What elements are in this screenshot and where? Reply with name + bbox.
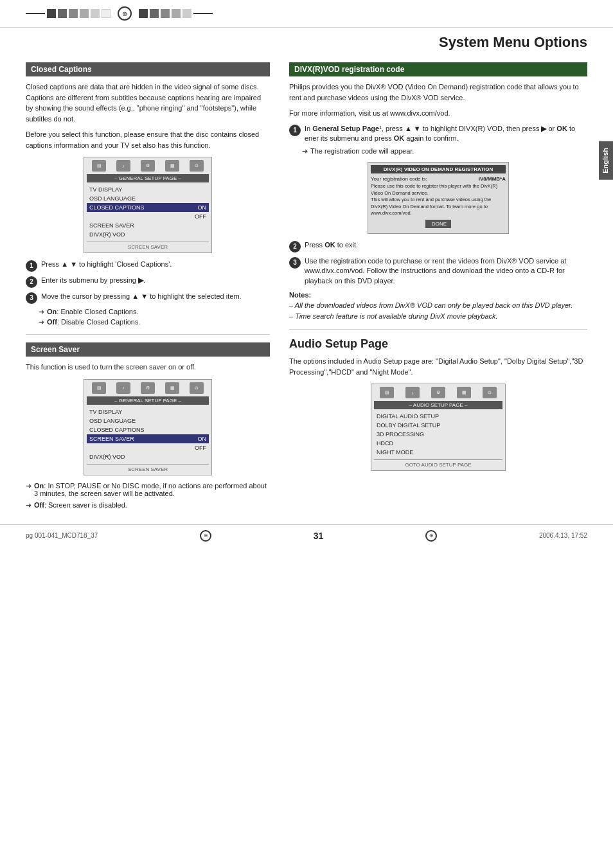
divx-step-3: 3 Use the registration code to purchase …: [289, 256, 587, 286]
cc-step-1: 1 Press ▲ ▼ to highlight 'Closed Caption…: [26, 260, 270, 272]
screen-saver-header: Screen Saver: [26, 342, 270, 357]
divx-step-content-1: In General Setup Page¹, press ▲ ▼ to hig…: [305, 124, 587, 144]
screen-saver-menu-mockup: ▤ ♪ ⚙ ▦ ⊙ – GENERAL SETUP PAGE – TV DISP…: [84, 379, 212, 475]
closed-captions-body1: Closed captions are data that are hidden…: [26, 82, 270, 124]
cc-arrow-on: ➜ On: Enable Closed Captions.: [39, 308, 270, 316]
closed-captions-header: Closed Captions: [26, 62, 270, 76]
ss-menu-item-divx: DIVX(R) VOD: [87, 452, 209, 461]
menu-item-divx: DIVX(R) VOD: [87, 230, 209, 239]
header-left-pattern: ⊕: [26, 6, 213, 21]
left-column: Closed Captions Closed captions are data…: [26, 62, 270, 511]
page-footer: pg 001-041_MCD718_37 ⊕ 31 ⊕ 2006.4.13, 1…: [0, 524, 613, 547]
footer-right: 2006.4.13, 17:52: [539, 532, 587, 539]
step-num-2: 2: [26, 276, 37, 288]
cc-step-3: 3 Move the cursor by pressing ▲ ▼ to hig…: [26, 292, 270, 304]
divider-2: [289, 329, 587, 330]
divx-body2: For more information, visit us at www.di…: [289, 108, 587, 119]
audio-icon-3: ⚙: [431, 387, 445, 398]
audio-setup-body: The options included in Audio Setup page…: [289, 356, 587, 377]
screen-saver-section: Screen Saver This function is used to tu…: [26, 342, 270, 509]
ss-menu-icon-5: ⊙: [190, 382, 204, 394]
menu-item-tv-display: TV DISPLAY: [87, 185, 209, 194]
screen-saver-body: This function is used to turn the screen…: [26, 362, 270, 373]
audio-icon-2: ♪: [405, 387, 420, 398]
menu-icon-5: ⊙: [190, 160, 204, 172]
menu-icon-4: ▦: [165, 160, 179, 172]
ss-menu-title: – GENERAL SETUP PAGE –: [87, 396, 209, 405]
audio-item-dolby: DOLBY DIGITAL SETUP: [374, 421, 502, 430]
closed-captions-menu-mockup: ▤ ♪ ⚙ ▦ ⊙ – GENERAL SETUP PAGE – TV DISP…: [84, 157, 212, 253]
footer-circle-icon: ⊕: [200, 530, 211, 542]
cc-arrow-off: ➜ Off: Disable Closed Captions.: [39, 318, 270, 326]
divx-step-content-3: Use the registration code to purchase or…: [305, 256, 587, 286]
audio-menu-mockup: ▤ ♪ ⚙ ▦ ⊙ – AUDIO SETUP PAGE – DIGITAL A…: [371, 384, 506, 471]
audio-icon-4: ▦: [457, 387, 471, 398]
closed-captions-body2: Before you select this function, please …: [26, 129, 270, 150]
audio-item-hdcd: HDCD: [374, 439, 502, 448]
audio-setup-section: Audio Setup Page The options included in…: [289, 337, 587, 471]
divx-vod-section: DIVX(R)VOD registration code Philips pro…: [289, 62, 587, 321]
divx-screen-title: DIVX(R) VIDEO ON DEMAND REGISTRATION: [371, 165, 506, 173]
divx-step-num-1: 1: [289, 125, 301, 136]
divx-step-content-2: Press OK to exit.: [305, 240, 587, 250]
step-num-3: 3: [26, 292, 37, 304]
audio-goto: GOTO AUDIO SETUP PAGE: [374, 459, 502, 468]
divx-screen-body: Please use this code to register this pl…: [371, 183, 506, 217]
divider-1: [26, 334, 270, 335]
divx-screen-mockup: DIVX(R) VIDEO ON DEMAND REGISTRATION You…: [368, 162, 509, 234]
menu-item-screen-saver: SCREEN SAVER: [87, 221, 209, 230]
footer-circle-icon-2: ⊕: [425, 530, 437, 542]
audio-setup-title: Audio Setup Page: [289, 337, 587, 351]
ss-menu-icon-3: ⚙: [141, 382, 155, 394]
audio-menu-title: – AUDIO SETUP PAGE –: [374, 401, 502, 409]
ss-arrow-off: ➜ Off: Screen saver is disabled.: [26, 501, 270, 509]
divx-body1: Philips provides you the DivX® VOD (Vide…: [289, 82, 587, 103]
note-2: – Time search feature is not available d…: [289, 312, 498, 320]
menu-icon-2: ♪: [116, 160, 130, 172]
audio-icon-1: ▤: [380, 387, 394, 398]
step-content-1: Press ▲ ▼ to highlight 'Closed Captions'…: [41, 260, 270, 269]
closed-captions-section: Closed Captions Closed captions are data…: [26, 62, 270, 326]
ss-menu-bottom: SCREEN SAVER: [87, 464, 209, 472]
header-circle-icon: ⊕: [118, 6, 132, 21]
ss-menu-item-osd: OSD LANGUAGE: [87, 416, 209, 425]
divx-vod-header: DIVX(R)VOD registration code: [289, 62, 587, 76]
ss-menu-icon-2: ♪: [116, 382, 130, 394]
divx-done-button[interactable]: DONE: [425, 220, 451, 228]
ss-menu-item-cc: CLOSED CAPTIONS: [87, 425, 209, 434]
divx-arrow-1: ➜ The registration code will appear.: [302, 147, 587, 155]
menu-item-cc: CLOSED CAPTIONS ON: [87, 203, 209, 212]
divx-step-1: 1 In General Setup Page¹, press ▲ ▼ to h…: [289, 124, 587, 144]
divx-step-2: 2 Press OK to exit.: [289, 240, 587, 252]
divx-step-num-3: 3: [289, 257, 301, 269]
menu-icon-1: ▤: [92, 160, 106, 172]
step-num-1: 1: [26, 260, 37, 272]
page-title: System Menu Options: [26, 34, 587, 51]
step-content-3: Move the cursor by pressing ▲ ▼ to highl…: [41, 292, 270, 301]
right-column: DIVX(R)VOD registration code Philips pro…: [289, 62, 587, 511]
menu-icon-3: ⚙: [141, 160, 155, 172]
menu-title-1: – GENERAL SETUP PAGE –: [87, 174, 209, 182]
audio-item-night: NIGHT MODE: [374, 448, 502, 457]
step-content-2: Enter its submenu by pressing ▶.: [41, 276, 270, 285]
main-content: Closed Captions Closed captions are data…: [0, 62, 613, 511]
divx-step-num-2: 2: [289, 241, 301, 252]
cc-step-2: 2 Enter its submenu by pressing ▶.: [26, 276, 270, 288]
menu-item-cc-off: OFF: [87, 212, 209, 221]
menu-bottom-1: SCREEN SAVER: [87, 242, 209, 250]
divx-reg-row: Your registration code is: IV8/MMB*A: [371, 176, 506, 182]
english-tab: English: [599, 141, 613, 180]
divx-notes: Notes: – All the downloaded videos from …: [289, 290, 587, 322]
note-1: – All the downloaded videos from DivX® V…: [289, 301, 573, 309]
ss-menu-icon-4: ▦: [165, 382, 179, 394]
audio-item-digital: DIGITAL AUDIO SETUP: [374, 412, 502, 421]
page-header: ⊕: [0, 0, 613, 28]
ss-menu-item-tv: TV DISPLAY: [87, 407, 209, 416]
audio-icon-5: ⊙: [483, 387, 497, 398]
page-number: 31: [314, 531, 324, 541]
ss-menu-item-ss: SCREEN SAVERON: [87, 434, 209, 443]
ss-menu-icon-1: ▤: [92, 382, 106, 394]
audio-item-3d: 3D PROCESSING: [374, 430, 502, 439]
footer-left: pg 001-041_MCD718_37: [26, 532, 98, 539]
ss-arrow-on: ➜ On: In STOP, PAUSE or No DISC mode, if…: [26, 482, 270, 497]
